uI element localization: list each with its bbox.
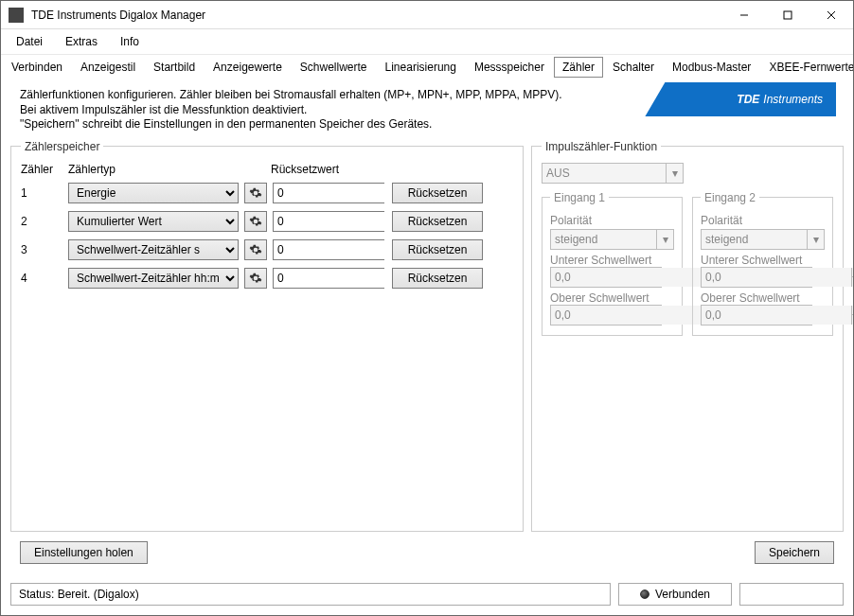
eingang1-unterer-label: Unterer Schwellwert (550, 254, 674, 267)
counter-reset-btn-2[interactable]: Rücksetzen (392, 211, 483, 232)
eingang1-unterer-spin[interactable]: ▲▼ (550, 267, 662, 288)
eingang2-unterer-label: Unterer Schwellwert (701, 254, 825, 267)
tab-messspeicher[interactable]: Messspeicher (466, 57, 553, 78)
counter-row-2: 2 Kumulierter Wert ▲▼ Rücksetzen (21, 210, 513, 233)
maximize-button[interactable] (766, 1, 810, 29)
tab-schalter[interactable]: Schalter (604, 57, 663, 78)
counter-row-1: 1 Energie ▲▼ Rücksetzen (21, 182, 513, 204)
tab-schwellwerte[interactable]: Schwellwerte (292, 57, 376, 78)
eingang1-group: Eingang 1 Polarität steigend▾ Unterer Sc… (542, 191, 683, 336)
tab-anzeigestil[interactable]: Anzeigestil (72, 57, 144, 78)
tab-linearisierung[interactable]: Linearisierung (377, 57, 465, 78)
titlebar: TDE Instruments Digalox Manager (1, 1, 853, 29)
connection-dot-icon (640, 590, 649, 599)
bottom-buttons: Einstellungen holen Speichern (10, 532, 844, 570)
impulszaehler-group: Impulszähler-Funktion AUS ▾ Eingang 1 Po… (531, 140, 844, 532)
tab-modbus-master[interactable]: Modbus-Master (664, 57, 759, 78)
tab-zaehler[interactable]: Zähler (554, 57, 603, 78)
gear-icon (249, 186, 262, 200)
content-area: Zählerfunktionen konfigurieren. Zähler b… (1, 79, 853, 577)
column-headers: Zähler Zählertyp Rücksetzwert (21, 161, 513, 182)
impuls-mode-select[interactable]: AUS ▾ (542, 163, 684, 184)
counter-num-2: 2 (21, 215, 68, 228)
fetch-settings-button[interactable]: Einstellungen holen (20, 541, 148, 564)
app-icon (9, 8, 24, 23)
tabbar: Verbinden Anzeigestil Startbild Anzeigew… (1, 57, 853, 79)
counter-reset-spin-4[interactable]: ▲▼ (273, 268, 384, 289)
chevron-down-icon: ▾ (656, 230, 673, 249)
close-button[interactable] (810, 1, 853, 29)
status-conn-label: Verbunden (655, 588, 710, 601)
zaehlerspeicher-group: Zählerspeicher Zähler Zählertyp Rücksetz… (10, 140, 524, 532)
counter-gear-2[interactable] (244, 211, 267, 232)
counter-reset-spin-3[interactable]: ▲▼ (273, 239, 384, 260)
eingang2-unterer-spin[interactable]: ▲▼ (701, 267, 812, 288)
chevron-down-icon: ▾ (807, 230, 824, 249)
eingang2-polaritaet-label: Polarität (701, 214, 825, 227)
counter-reset-btn-1[interactable]: Rücksetzen (392, 183, 483, 203)
header-typ: Zählertyp (68, 163, 271, 176)
intro-line3: "Speichern" schreibt die Einstellungen i… (20, 117, 834, 132)
counter-reset-btn-3[interactable]: Rücksetzen (392, 239, 483, 260)
tab-xbee-fernwerte[interactable]: XBEE-Fernwerte (760, 57, 854, 78)
eingang1-oberer-label: Oberer Schwellwert (550, 291, 674, 305)
window-title: TDE Instruments Digalox Manager (31, 9, 722, 22)
counter-row-4: 4 Schwellwert-Zeitzähler hh:mm:ss ▲▼ Rüc… (21, 267, 513, 290)
counter-gear-1[interactable] (244, 183, 267, 203)
menubar: Datei Extras Info (1, 29, 853, 55)
eingang1-oberer-spin[interactable]: ▲▼ (550, 305, 662, 326)
zaehlerspeicher-legend: Zählerspeicher (21, 140, 103, 153)
header-reset: Rücksetzwert (271, 163, 384, 176)
counter-row-3: 3 Schwellwert-Zeitzähler s ▲▼ Rücksetzen (21, 238, 513, 261)
save-button[interactable]: Speichern (755, 541, 834, 564)
status-empty (739, 583, 844, 606)
counter-gear-4[interactable] (244, 268, 267, 289)
intro-text: Zählerfunktionen konfigurieren. Zähler b… (10, 84, 844, 140)
tab-startbild[interactable]: Startbild (145, 57, 204, 78)
eingang2-group: Eingang 2 Polarität steigend▾ Unterer Sc… (692, 191, 833, 336)
eingang2-oberer-label: Oberer Schwellwert (701, 291, 825, 305)
counter-type-select-3[interactable]: Schwellwert-Zeitzähler s (68, 239, 239, 260)
brand-banner: TDE Instruments (637, 82, 836, 116)
impuls-mode-value: AUS (543, 164, 666, 183)
statusbar: Status: Bereit. (Digalox) Verbunden (1, 577, 853, 615)
tab-anzeigewerte[interactable]: Anzeigewerte (205, 57, 291, 78)
minimize-button[interactable] (722, 1, 766, 29)
status-text: Status: Bereit. (Digalox) (10, 583, 611, 606)
eingang2-legend: Eingang 2 (701, 191, 759, 204)
counter-reset-spin-1[interactable]: ▲▼ (273, 183, 384, 203)
gear-icon (249, 272, 262, 285)
menu-datei[interactable]: Datei (5, 31, 54, 52)
eingang1-polaritaet-label: Polarität (550, 214, 674, 227)
eingang1-polaritaet-select[interactable]: steigend▾ (550, 229, 674, 250)
counter-num-4: 4 (21, 272, 68, 285)
eingang2-oberer-spin[interactable]: ▲▼ (701, 305, 812, 326)
counter-reset-btn-4[interactable]: Rücksetzen (392, 268, 483, 289)
counter-gear-3[interactable] (244, 239, 267, 260)
brand-bold: TDE (737, 93, 759, 106)
counter-num-3: 3 (21, 243, 68, 256)
eingang1-legend: Eingang 1 (550, 191, 609, 204)
menu-info[interactable]: Info (109, 31, 151, 52)
impulszaehler-legend: Impulszähler-Funktion (542, 140, 661, 153)
brand-light: Instruments (763, 93, 823, 106)
eingang2-polaritaet-select[interactable]: steigend▾ (701, 229, 825, 250)
gear-icon (249, 243, 262, 256)
counter-type-select-2[interactable]: Kumulierter Wert (68, 211, 239, 232)
header-zahler: Zähler (21, 163, 68, 176)
counter-num-1: 1 (21, 186, 68, 200)
counter-type-select-1[interactable]: Energie (68, 183, 239, 203)
menu-extras[interactable]: Extras (54, 31, 109, 52)
chevron-down-icon: ▾ (666, 164, 683, 183)
status-connection: Verbunden (618, 583, 732, 606)
gear-icon (249, 215, 262, 228)
counter-reset-spin-2[interactable]: ▲▼ (273, 211, 384, 232)
svg-rect-1 (784, 11, 792, 19)
counter-type-select-4[interactable]: Schwellwert-Zeitzähler hh:mm:ss (68, 268, 239, 289)
tab-verbinden[interactable]: Verbinden (3, 57, 71, 78)
